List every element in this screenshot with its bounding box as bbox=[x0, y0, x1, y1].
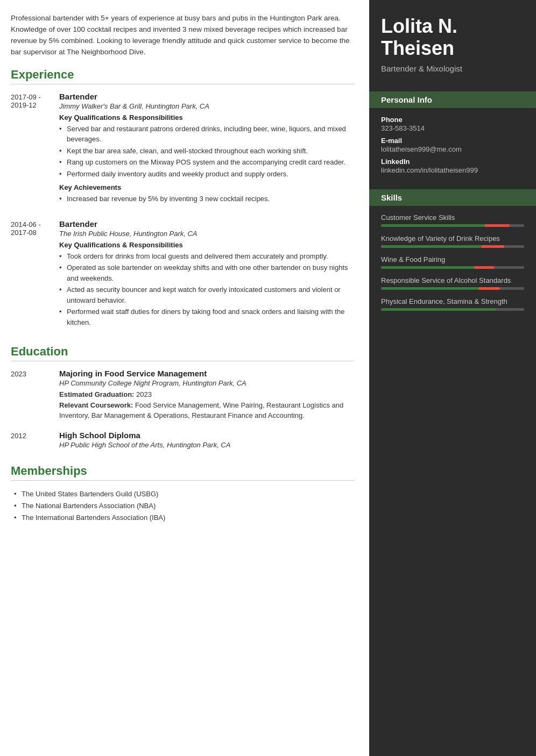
phone-value: 323-583-3514 bbox=[381, 124, 524, 132]
skill-bar-fill-2 bbox=[381, 266, 474, 269]
email-label: E-mail bbox=[381, 137, 524, 145]
exp-qual-list-1: Took orders for drinks from local guests… bbox=[59, 251, 354, 328]
memberships-title: Memberships bbox=[11, 464, 354, 481]
skill-bar-3 bbox=[381, 287, 524, 290]
exp-title-1: Bartender bbox=[59, 219, 354, 229]
skill-name-4: Physical Endurance, Stamina & Strength bbox=[381, 297, 524, 305]
edu-entry-0: 2023Majoring in Food Service ManagementH… bbox=[11, 369, 354, 421]
skill-name-0: Customer Service Skills bbox=[381, 213, 524, 222]
edu-school-1: HP Public High School of the Arts, Hunti… bbox=[59, 441, 354, 449]
skill-bar-4 bbox=[381, 308, 524, 311]
exp-title-0: Bartender bbox=[59, 92, 354, 101]
edu-grad-0: Estimated Graduation: 2023 bbox=[59, 389, 354, 400]
skill-bar-fill-4 bbox=[381, 308, 496, 311]
linkedin-value: linkedin.com/in/lolitatheisen999 bbox=[381, 166, 524, 174]
exp-qual-item-0-0: Served bar and restaurant patrons ordere… bbox=[59, 124, 354, 145]
edu-title-1: High School Diploma bbox=[59, 431, 354, 440]
education-section: Education 2023Majoring in Food Service M… bbox=[11, 345, 354, 451]
summary-text: Professional bartender with 5+ years of … bbox=[11, 13, 354, 58]
exp-dates-0: 2017-09 -2019-12 bbox=[11, 92, 59, 209]
skill-bar-1 bbox=[381, 245, 524, 248]
exp-ach-item-0-0: Increased bar revenue by 5% by inventing… bbox=[59, 194, 354, 204]
exp-content-1: BartenderThe Irish Public House, Hunting… bbox=[59, 219, 354, 332]
name-line1: Lolita N. bbox=[381, 15, 457, 37]
exp-content-0: BartenderJimmy Walker's Bar & Grill, Hun… bbox=[59, 92, 354, 209]
skills-section: Skills Customer Service SkillsKnowledge … bbox=[369, 182, 536, 324]
skills-title: Skills bbox=[369, 189, 536, 206]
skill-name-2: Wine & Food Pairing bbox=[381, 255, 524, 263]
personal-info-title: Personal Info bbox=[369, 91, 536, 108]
skill-name-3: Responsible Service of Alcohol Standards bbox=[381, 276, 524, 284]
education-title: Education bbox=[11, 345, 354, 361]
skill-bar-fill-1 bbox=[381, 245, 481, 248]
phone-label: Phone bbox=[381, 116, 524, 124]
exp-qual-item-0-1: Kept the bar area safe, clean, and well-… bbox=[59, 146, 354, 156]
personal-info-section: Personal Info Phone 323-583-3514 E-mail … bbox=[369, 84, 536, 182]
full-name: Lolita N. Theisen bbox=[381, 15, 524, 60]
exp-qual-item-1-0: Took orders for drinks from local guests… bbox=[59, 251, 354, 262]
edu-content-1: High School DiplomaHP Public High School… bbox=[59, 431, 354, 451]
exp-ach-list-0: Increased bar revenue by 5% by inventing… bbox=[59, 194, 354, 204]
skill-bar-accent-2 bbox=[474, 266, 494, 269]
skill-name-1: Knowledge of Variety of Drink Recipes bbox=[381, 234, 524, 243]
memberships-list: The United States Bartenders Guild (USBG… bbox=[11, 488, 354, 524]
skill-bar-accent-1 bbox=[481, 245, 504, 248]
skill-bar-fill-3 bbox=[381, 287, 478, 290]
membership-item-2: The International Bartenders Association… bbox=[22, 512, 354, 524]
skill-bar-fill-0 bbox=[381, 224, 484, 227]
membership-item-1: The National Bartenders Association (NBA… bbox=[22, 500, 354, 512]
right-header: Lolita N. Theisen Bartender & Mixologist bbox=[369, 0, 536, 84]
experience-section: Experience 2017-09 -2019-12BartenderJimm… bbox=[11, 68, 354, 332]
exp-qual-item-1-3: Performed wait staff duties for diners b… bbox=[59, 306, 354, 327]
skill-item-0: Customer Service Skills bbox=[381, 213, 524, 227]
edu-title-0: Majoring in Food Service Management bbox=[59, 369, 354, 378]
skill-bar-0 bbox=[381, 224, 524, 227]
exp-qual-heading-1: Key Qualifications & Responsibilities bbox=[59, 241, 354, 249]
exp-qual-item-0-2: Rang up customers on the Mixway POS syst… bbox=[59, 157, 354, 168]
job-title: Bartender & Mixologist bbox=[381, 64, 524, 73]
exp-company-0: Jimmy Walker's Bar & Grill, Huntington P… bbox=[59, 102, 354, 110]
membership-item-0: The United States Bartenders Guild (USBG… bbox=[22, 488, 354, 500]
email-value: lolitatheisen999@me.com bbox=[381, 145, 524, 153]
exp-qual-heading-0: Key Qualifications & Responsibilities bbox=[59, 113, 354, 122]
experience-entry-1: 2014-06 -2017-08BartenderThe Irish Publi… bbox=[11, 219, 354, 332]
exp-company-1: The Irish Public House, Huntington Park,… bbox=[59, 230, 354, 238]
skills-list: Customer Service SkillsKnowledge of Vari… bbox=[381, 213, 524, 311]
experience-list: 2017-09 -2019-12BartenderJimmy Walker's … bbox=[11, 92, 354, 332]
experience-entry-0: 2017-09 -2019-12BartenderJimmy Walker's … bbox=[11, 92, 354, 209]
edu-coursework-0: Relevant Coursework: Food Service Manage… bbox=[59, 400, 354, 421]
edu-content-0: Majoring in Food Service ManagementHP Co… bbox=[59, 369, 354, 421]
edu-year-0: 2023 bbox=[11, 369, 59, 421]
exp-qual-item-0-3: Performed daily inventory audits and wee… bbox=[59, 169, 354, 180]
skill-item-1: Knowledge of Variety of Drink Recipes bbox=[381, 234, 524, 248]
exp-ach-heading-0: Key Achievements bbox=[59, 183, 354, 191]
name-line2: Theisen bbox=[381, 37, 454, 59]
linkedin-label: LinkedIn bbox=[381, 158, 524, 166]
memberships-section: Memberships The United States Bartenders… bbox=[11, 464, 354, 524]
skill-bar-accent-3 bbox=[478, 287, 500, 290]
skill-bar-accent-0 bbox=[484, 224, 510, 227]
edu-school-0: HP Community College Night Program, Hunt… bbox=[59, 379, 354, 387]
skill-item-3: Responsible Service of Alcohol Standards bbox=[381, 276, 524, 290]
exp-qual-item-1-1: Operated as sole bartender on weekday sh… bbox=[59, 262, 354, 283]
skill-bar-2 bbox=[381, 266, 524, 269]
skill-item-2: Wine & Food Pairing bbox=[381, 255, 524, 269]
skill-item-4: Physical Endurance, Stamina & Strength bbox=[381, 297, 524, 311]
exp-qual-item-1-2: Acted as security bouncer and kept watch… bbox=[59, 284, 354, 305]
education-list: 2023Majoring in Food Service ManagementH… bbox=[11, 369, 354, 451]
edu-entry-1: 2012High School DiplomaHP Public High Sc… bbox=[11, 431, 354, 451]
experience-title: Experience bbox=[11, 68, 354, 84]
left-column: Professional bartender with 5+ years of … bbox=[0, 0, 369, 756]
right-column: Lolita N. Theisen Bartender & Mixologist… bbox=[369, 0, 536, 756]
exp-qual-list-0: Served bar and restaurant patrons ordere… bbox=[59, 124, 354, 180]
edu-year-1: 2012 bbox=[11, 431, 59, 451]
exp-dates-1: 2014-06 -2017-08 bbox=[11, 219, 59, 332]
